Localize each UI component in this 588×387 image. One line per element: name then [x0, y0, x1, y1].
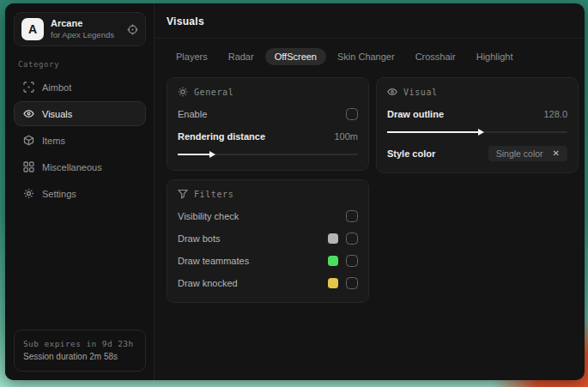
- draw-outline-label: Draw outline: [387, 109, 444, 119]
- visibility-check-label: Visibility check: [178, 211, 239, 221]
- draw-outline-value: 128.0: [543, 109, 567, 119]
- brand-title: Arcane: [51, 18, 120, 30]
- tab-skin-changer[interactable]: Skin Changer: [328, 48, 404, 65]
- style-color-label: Style color: [387, 148, 435, 159]
- sun-icon: [178, 87, 188, 97]
- content: General Enable Rendering distance 100m: [167, 77, 579, 303]
- brand-text: Arcane for Apex Legends: [51, 18, 120, 40]
- rendering-distance-label: Rendering distance: [178, 131, 265, 142]
- sidebar-item-label: Visuals: [42, 109, 72, 119]
- session-duration-text: Session duration 2m 58s: [23, 350, 136, 364]
- funnel-icon: [178, 189, 188, 199]
- visibility-check-row: Visibility check: [178, 207, 358, 225]
- enable-label: Enable: [178, 109, 207, 119]
- style-color-value: Single color: [496, 148, 543, 159]
- filters-panel-header: Filters: [178, 189, 358, 199]
- brand-card: A Arcane for Apex Legends: [14, 12, 146, 46]
- sidebar-item-aimbot[interactable]: Aimbot: [14, 75, 146, 100]
- tab-highlight[interactable]: Highlight: [467, 48, 523, 65]
- draw-teammates-color-swatch[interactable]: [328, 256, 338, 266]
- visual-panel-header: Visual: [387, 87, 567, 97]
- cube-icon: [23, 135, 34, 146]
- draw-bots-color-swatch[interactable]: [328, 233, 338, 244]
- draw-teammates-checkbox[interactable]: [346, 255, 358, 267]
- visuals-icon: [23, 108, 34, 119]
- rendering-distance-value: 100m: [334, 131, 358, 142]
- aimbot-icon: [23, 82, 34, 93]
- draw-bots-row: Draw bots: [178, 229, 358, 247]
- style-color-select[interactable]: Single color ✕: [488, 146, 567, 161]
- close-icon[interactable]: ✕: [553, 149, 560, 158]
- tab-bar: Players Radar OffScreen Skin Changer Cro…: [167, 48, 579, 65]
- tab-players[interactable]: Players: [167, 48, 217, 65]
- crosshair-icon[interactable]: [127, 24, 138, 35]
- main-header: Visuals: [155, 3, 585, 39]
- draw-bots-label: Draw bots: [178, 233, 221, 244]
- draw-outline-slider[interactable]: [387, 128, 567, 136]
- slider-thumb[interactable]: [178, 154, 210, 155]
- app-window: A Arcane for Apex Legends Category: [5, 3, 585, 380]
- sidebar-item-label: Items: [42, 136, 65, 146]
- general-panel-header: General: [178, 87, 358, 97]
- slider-thumb[interactable]: [387, 131, 479, 133]
- panel-title: General: [194, 88, 233, 97]
- eye-icon: [387, 87, 397, 97]
- draw-bots-controls: [328, 233, 358, 245]
- main-area: Visuals Players Radar OffScreen Skin Cha…: [155, 3, 585, 380]
- sidebar-item-settings[interactable]: Settings: [14, 181, 146, 206]
- panel-title: Visual: [403, 88, 438, 97]
- sidebar-item-label: Miscellaneous: [42, 162, 102, 172]
- draw-teammates-label: Draw teammates: [178, 256, 249, 266]
- general-panel: General Enable Rendering distance 100m: [167, 77, 369, 171]
- tab-offscreen[interactable]: OffScreen: [265, 48, 326, 65]
- category-label: Category: [18, 60, 142, 69]
- left-column: General Enable Rendering distance 100m: [167, 77, 369, 303]
- subscription-card: Sub expires in 9d 23h Session duration 2…: [14, 330, 146, 372]
- sidebar-item-items[interactable]: Items: [14, 128, 146, 153]
- tab-crosshair[interactable]: Crosshair: [406, 48, 465, 65]
- sidebar-item-visuals[interactable]: Visuals: [14, 101, 146, 126]
- brand-subtitle: for Apex Legends: [51, 30, 120, 40]
- gear-icon: [23, 188, 34, 199]
- draw-knocked-controls: [328, 277, 358, 289]
- page-title: Visuals: [167, 15, 585, 27]
- draw-outline-row: Draw outline 128.0: [387, 105, 567, 123]
- draw-teammates-row: Draw teammates: [178, 251, 358, 269]
- enable-row: Enable: [178, 105, 358, 123]
- tab-radar[interactable]: Radar: [219, 48, 264, 65]
- rendering-distance-slider[interactable]: [178, 150, 358, 159]
- sub-expires-text: Sub expires in 9d 23h: [23, 337, 136, 350]
- brand-logo: A: [21, 18, 44, 40]
- right-column: Visual Draw outline 128.0 Style color Si…: [376, 77, 579, 173]
- draw-teammates-controls: [328, 255, 358, 267]
- draw-knocked-checkbox[interactable]: [346, 277, 358, 289]
- filters-panel: Filters Visibility check Draw bots: [167, 179, 369, 303]
- rendering-distance-row: Rendering distance 100m: [178, 127, 358, 145]
- draw-knocked-color-swatch[interactable]: [328, 278, 338, 288]
- style-color-row: Style color Single color ✕: [387, 144, 567, 162]
- sidebar-item-label: Aimbot: [42, 82, 71, 93]
- sidebar-item-miscellaneous[interactable]: Miscellaneous: [14, 154, 146, 179]
- sidebar: A Arcane for Apex Legends Category: [5, 3, 155, 380]
- enable-checkbox[interactable]: [346, 108, 358, 120]
- draw-knocked-label: Draw knocked: [178, 278, 238, 288]
- draw-knocked-row: Draw knocked: [178, 274, 358, 292]
- visual-panel: Visual Draw outline 128.0 Style color Si…: [376, 77, 579, 173]
- grid-icon: [23, 161, 34, 172]
- draw-bots-checkbox[interactable]: [346, 233, 358, 245]
- panel-title: Filters: [194, 190, 233, 199]
- sidebar-item-label: Settings: [42, 189, 76, 199]
- visibility-check-checkbox[interactable]: [346, 210, 358, 222]
